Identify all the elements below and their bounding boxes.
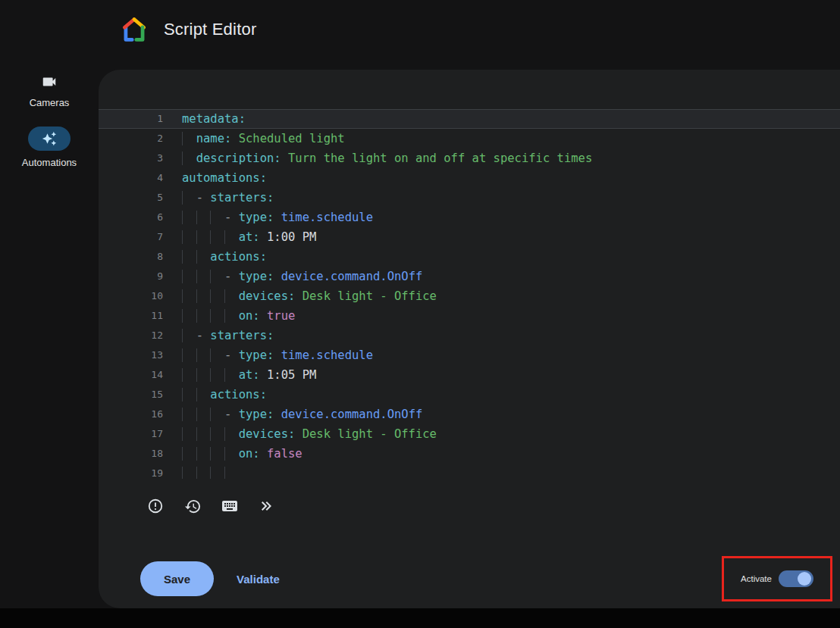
editor-line[interactable]: 1metadata: (99, 109, 840, 129)
editor-line[interactable]: 16 - type: device.command.OnOff (99, 405, 840, 424)
google-home-logo-icon (120, 15, 149, 44)
code-line-text: - starters: (182, 188, 274, 208)
line-number: 8 (99, 247, 163, 267)
sidebar-item-cameras[interactable]: Cameras (30, 73, 70, 108)
code-line-text: name: Scheduled light (182, 129, 345, 148)
code-line-text: at: 1:00 PM (182, 227, 316, 247)
code-line-text: - type: time.schedule (182, 208, 373, 227)
app-header: Script Editor (120, 15, 256, 44)
line-number: 13 (99, 345, 163, 365)
editor-line[interactable]: 9 - type: device.command.OnOff (99, 267, 840, 286)
editor-line[interactable]: 4automations: (99, 168, 840, 188)
script-editor-page: Script Editor Cameras Automations 1metad… (0, 0, 840, 628)
code-line-text: actions: (182, 247, 267, 267)
code-line-text: - type: device.command.OnOff (182, 267, 422, 286)
code-line-text (182, 464, 239, 479)
line-number: 2 (99, 129, 163, 148)
code-editor[interactable]: 1metadata:2 name: Scheduled light3 descr… (99, 109, 840, 479)
editor-toolbar (145, 495, 277, 517)
line-number: 6 (99, 208, 163, 227)
editor-line[interactable]: 11 on: true (99, 306, 840, 326)
editor-line[interactable]: 10 devices: Desk light - Office (99, 286, 840, 306)
code-line-text: - starters: (182, 326, 274, 345)
validate-button[interactable]: Validate (237, 573, 280, 586)
code-line-text: devices: Desk light - Office (182, 424, 437, 444)
line-number: 17 (99, 424, 163, 444)
toggle-thumb (798, 572, 811, 586)
code-line-text: - type: time.schedule (182, 345, 373, 365)
nav-rail: Cameras Automations (0, 73, 99, 168)
keyboard-icon[interactable] (219, 495, 240, 517)
line-number: 3 (99, 148, 163, 168)
editor-line[interactable]: 15 actions: (99, 385, 840, 405)
code-line-text: description: Turn the light on and off a… (182, 148, 592, 168)
line-number: 9 (99, 267, 163, 286)
active-pill (28, 127, 71, 151)
sparkle-icon (42, 131, 57, 146)
line-number: 14 (99, 365, 163, 385)
line-number: 16 (99, 405, 163, 424)
code-line-text: metadata: (182, 109, 246, 129)
line-number: 7 (99, 227, 163, 247)
editor-line[interactable]: 2 name: Scheduled light (99, 129, 840, 148)
activate-toggle[interactable] (779, 570, 813, 588)
videocam-icon (40, 73, 58, 91)
code-line-text: at: 1:05 PM (182, 365, 316, 385)
editor-line[interactable]: 12 - starters: (99, 326, 840, 345)
page-title: Script Editor (164, 20, 256, 39)
line-number: 11 (99, 306, 163, 326)
editor-line[interactable]: 14 at: 1:05 PM (99, 365, 840, 385)
line-number: 18 (99, 444, 163, 464)
code-line-text: on: false (182, 444, 302, 464)
line-number: 5 (99, 188, 163, 208)
save-button[interactable]: Save (140, 561, 214, 596)
editor-panel: 1metadata:2 name: Scheduled light3 descr… (99, 70, 840, 608)
line-number: 15 (99, 385, 163, 405)
sidebar-item-automations[interactable]: Automations (22, 127, 77, 168)
code-line-text: devices: Desk light - Office (182, 286, 437, 306)
line-number: 19 (99, 464, 163, 479)
line-number: 12 (99, 326, 163, 345)
activate-annotation-box: Activate (722, 556, 832, 601)
code-line-text: actions: (182, 385, 267, 405)
double-chevron-right-icon[interactable] (256, 495, 277, 517)
editor-line[interactable]: 8 actions: (99, 247, 840, 267)
editor-line[interactable]: 18 on: false (99, 444, 840, 464)
code-line-text: automations: (182, 168, 267, 188)
editor-line[interactable]: 5 - starters: (99, 188, 840, 208)
editor-line[interactable]: 3 description: Turn the light on and off… (99, 148, 840, 168)
activate-label: Activate (741, 574, 772, 583)
line-number: 4 (99, 168, 163, 188)
history-icon[interactable] (182, 495, 203, 517)
sidebar-item-label: Automations (22, 157, 77, 168)
line-number: 1 (99, 109, 163, 129)
editor-line[interactable]: 6 - type: time.schedule (99, 208, 840, 227)
editor-line[interactable]: 17 devices: Desk light - Office (99, 424, 840, 444)
line-number: 10 (99, 286, 163, 306)
sidebar-item-label: Cameras (30, 97, 70, 108)
code-line-text: - type: device.command.OnOff (182, 405, 422, 424)
code-line-text: on: true (182, 306, 295, 326)
editor-line[interactable]: 19 (99, 464, 840, 479)
editor-line[interactable]: 13 - type: time.schedule (99, 345, 840, 365)
bottom-strip (0, 608, 840, 628)
editor-line[interactable]: 7 at: 1:00 PM (99, 227, 840, 247)
problems-icon[interactable] (145, 495, 166, 517)
